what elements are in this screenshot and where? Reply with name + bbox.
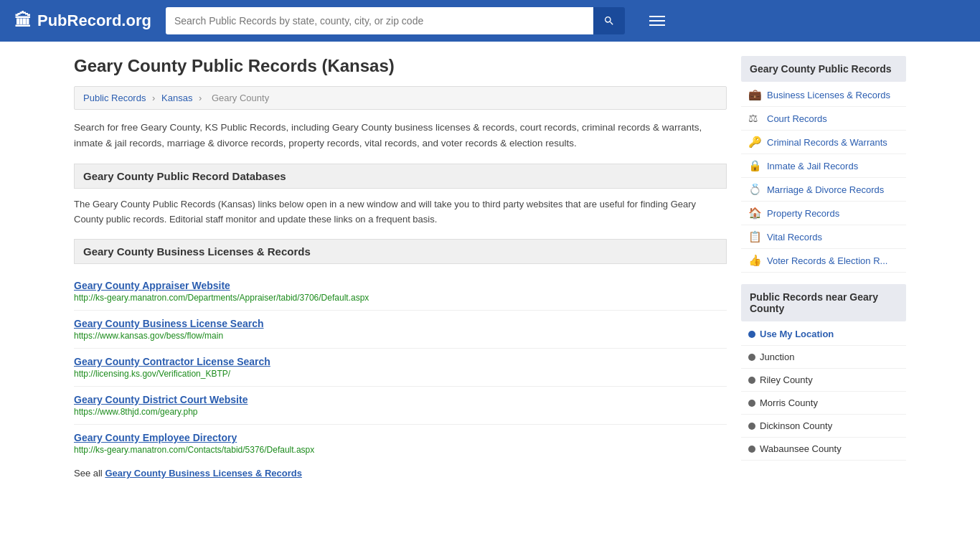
- site-header: 🏛 PubRecord.org: [0, 0, 980, 42]
- record-title[interactable]: Geary County Appraiser Website: [74, 280, 727, 291]
- nearby-item[interactable]: Junction: [741, 346, 906, 369]
- record-entry: Geary County Appraiser Websitehttp://ks-…: [74, 273, 727, 311]
- nearby-item-label: Junction: [760, 352, 794, 362]
- nearby-list: Use My LocationJunctionRiley CountyMorri…: [741, 323, 906, 461]
- page-title: Geary County Public Records (Kansas): [74, 56, 727, 76]
- sidebar-link-item[interactable]: 📋Vital Records: [741, 225, 906, 249]
- location-dot-icon: [748, 423, 755, 430]
- sidebar-link-label: Voter Records & Election R...: [767, 255, 887, 266]
- nearby-item-label: Wabaunsee County: [760, 443, 842, 454]
- record-entry: Geary County Employee Directoryhttp://ks…: [74, 425, 727, 462]
- sidebar-link-item[interactable]: 💍Marriage & Divorce Records: [741, 178, 906, 202]
- nearby-item[interactable]: Use My Location: [741, 323, 906, 346]
- record-url: http://licensing.ks.gov/Verification_KBT…: [74, 369, 727, 379]
- sidebar-link-label: Court Records: [767, 113, 827, 124]
- records-list: Geary County Appraiser Websitehttp://ks-…: [74, 273, 727, 462]
- location-dot-icon: [748, 446, 755, 453]
- breadcrumb-state[interactable]: Kansas: [161, 93, 192, 103]
- breadcrumb-sep1: ›: [152, 93, 158, 103]
- sidebar-links: 💼Business Licenses & Records⚖Court Recor…: [741, 83, 906, 273]
- sidebar-link-label: Business Licenses & Records: [767, 90, 890, 100]
- record-entry: Geary County District Court Websitehttps…: [74, 387, 727, 425]
- sidebar-link-label: Vital Records: [767, 232, 822, 242]
- databases-section-header: Geary County Public Record Databases: [74, 164, 727, 189]
- record-title[interactable]: Geary County District Court Website: [74, 394, 727, 405]
- see-all-line: See all Geary County Business Licenses &…: [74, 468, 727, 479]
- databases-description: The Geary County Public Records (Kansas)…: [74, 197, 727, 227]
- sidebar-link-item[interactable]: ⚖Court Records: [741, 107, 906, 131]
- logo-icon: 🏛: [14, 11, 32, 31]
- nearby-item-label: Dickinson County: [760, 420, 832, 431]
- business-section-header: Geary County Business Licenses & Records: [74, 239, 727, 264]
- menu-button[interactable]: [646, 13, 668, 29]
- record-url: https://www.kansas.gov/bess/flow/main: [74, 331, 727, 341]
- menu-icon-line1: [649, 16, 665, 17]
- location-dot-icon: [748, 331, 755, 338]
- sidebar-link-item[interactable]: 🔒Inmate & Jail Records: [741, 154, 906, 178]
- search-icon: [603, 15, 615, 27]
- record-url: http://ks-geary.manatron.com/Contacts/ta…: [74, 445, 727, 455]
- logo[interactable]: 🏛 PubRecord.org: [14, 11, 151, 31]
- location-dot-icon: [748, 377, 755, 384]
- sidebar-nearby-title: Public Records near Geary County: [741, 284, 906, 321]
- record-url: https://www.8thjd.com/geary.php: [74, 407, 727, 417]
- search-container: [166, 7, 625, 34]
- sidebar-link-item[interactable]: 💼Business Licenses & Records: [741, 83, 906, 107]
- sidebar-link-icon: 💍: [748, 183, 761, 196]
- search-input[interactable]: [166, 7, 593, 34]
- record-title[interactable]: Geary County Business License Search: [74, 318, 727, 329]
- sidebar: Geary County Public Records 💼Business Li…: [741, 56, 906, 479]
- logo-text: PubRecord.org: [37, 11, 151, 30]
- sidebar-link-item[interactable]: 🔑Criminal Records & Warrants: [741, 131, 906, 154]
- record-entry: Geary County Contractor License Searchht…: [74, 349, 727, 387]
- sidebar-link-item[interactable]: 🏠Property Records: [741, 202, 906, 225]
- sidebar-link-icon: 🔑: [748, 136, 761, 149]
- menu-icon-line2: [649, 20, 665, 22]
- main-content: Geary County Public Records (Kansas) Pub…: [74, 56, 727, 479]
- record-entry: Geary County Business License Searchhttp…: [74, 311, 727, 349]
- record-title[interactable]: Geary County Employee Directory: [74, 432, 727, 443]
- breadcrumb-county: Geary County: [212, 93, 269, 103]
- sidebar-link-icon: 💼: [748, 88, 761, 101]
- sidebar-link-icon: ⚖: [748, 112, 761, 125]
- breadcrumb-public-records[interactable]: Public Records: [83, 93, 146, 103]
- breadcrumb-sep2: ›: [199, 93, 204, 103]
- search-button[interactable]: [593, 7, 625, 34]
- nearby-item-label: Use My Location: [760, 329, 834, 339]
- sidebar-link-label: Inmate & Jail Records: [767, 161, 858, 171]
- page-description: Search for free Geary County, KS Public …: [74, 120, 727, 151]
- record-url: http://ks-geary.manatron.com/Departments…: [74, 293, 727, 303]
- sidebar-public-records-title: Geary County Public Records: [741, 56, 906, 82]
- nearby-item-label: Riley County: [760, 375, 813, 385]
- see-all-prefix: See all: [74, 468, 105, 479]
- see-all-link[interactable]: Geary County Business Licenses & Records: [105, 468, 302, 479]
- nearby-item-label: Morris County: [760, 397, 818, 408]
- location-dot-icon: [748, 400, 755, 407]
- sidebar-link-label: Criminal Records & Warrants: [767, 137, 887, 148]
- sidebar-link-item[interactable]: 👍Voter Records & Election R...: [741, 249, 906, 273]
- sidebar-link-icon: 🔒: [748, 159, 761, 172]
- sidebar-link-icon: 👍: [748, 254, 761, 267]
- nearby-item[interactable]: Dickinson County: [741, 415, 906, 438]
- sidebar-link-icon: 📋: [748, 230, 761, 243]
- nearby-item[interactable]: Riley County: [741, 369, 906, 392]
- sidebar-link-label: Property Records: [767, 208, 839, 219]
- nearby-item[interactable]: Wabaunsee County: [741, 438, 906, 461]
- sidebar-link-label: Marriage & Divorce Records: [767, 184, 884, 195]
- breadcrumb: Public Records › Kansas › Geary County: [74, 86, 727, 110]
- record-title[interactable]: Geary County Contractor License Search: [74, 356, 727, 367]
- nearby-item[interactable]: Morris County: [741, 392, 906, 415]
- menu-icon-line3: [649, 24, 665, 26]
- location-dot-icon: [748, 354, 755, 361]
- sidebar-link-icon: 🏠: [748, 207, 761, 220]
